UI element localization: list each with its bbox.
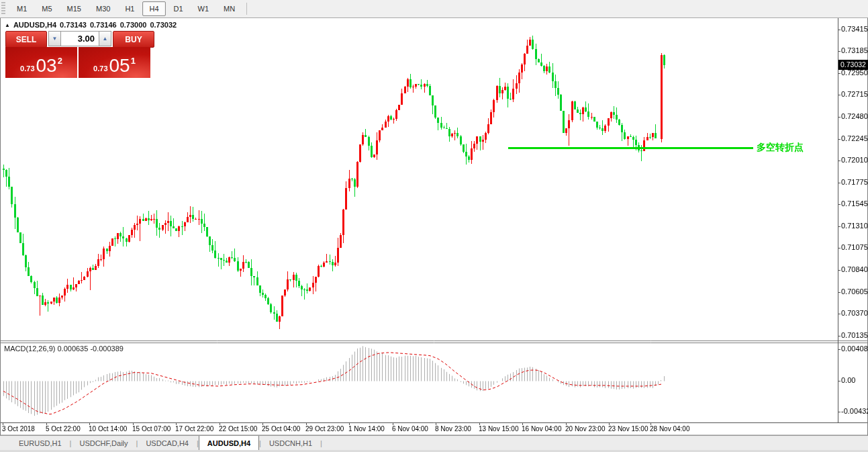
volume-decrease-button[interactable]: ▼ — [48, 31, 61, 46]
timeframe-button-m5[interactable]: M5 — [35, 1, 58, 16]
toolbar-separator — [246, 3, 247, 15]
buy-price-pip-digit: 1 — [131, 56, 136, 66]
tab-usdcad-h4[interactable]: USDCAD,H4 — [138, 436, 197, 451]
chart-tab-bar: EURUSD,H1|USDCHF,Daily|USDCAD,H4|AUDUSD,… — [0, 435, 868, 451]
tabbar-lead-space — [0, 436, 11, 451]
timeframe-button-m1[interactable]: M1 — [10, 1, 34, 16]
timeframe-button-h4[interactable]: H4 — [142, 1, 165, 16]
tab-usdchf-daily[interactable]: USDCHF,Daily — [71, 436, 136, 451]
sell-price-button[interactable]: 0.73 03 2 — [5, 47, 77, 78]
buy-price-button[interactable]: 0.73 05 1 — [79, 47, 150, 78]
timeframe-button-mn[interactable]: MN — [217, 1, 242, 16]
tab-eurusd-h1[interactable]: EURUSD,H1 — [11, 436, 70, 451]
timeframe-button-w1[interactable]: W1 — [191, 1, 216, 16]
timeframe-button-d1[interactable]: D1 — [167, 1, 190, 16]
mt4-window: M1M5M15M30H1H4D1W1MN ▲ AUDUSD,H4 0.73143… — [0, 0, 868, 452]
buy-button[interactable]: BUY — [113, 31, 154, 48]
timeframe-button-m30[interactable]: M30 — [89, 1, 117, 16]
timeframe-button-h1[interactable]: H1 — [118, 1, 141, 16]
timeframe-buttons: M1M5M15M30H1H4D1W1MN — [9, 1, 242, 16]
one-click-trading-panel: SELL ▼ ▲ BUY 0.73 03 2 0.73 05 1 — [5, 31, 154, 78]
buy-price-big-digits: 05 — [109, 57, 130, 75]
volume-increase-button[interactable]: ▲ — [99, 31, 111, 46]
buy-price-prefix: 0.73 — [93, 64, 107, 73]
tab-audusd-h4[interactable]: AUDUSD,H4 — [199, 436, 259, 451]
timeframe-toolbar: M1M5M15M30H1H4D1W1MN — [0, 0, 868, 18]
toolbar-grip[interactable] — [1, 2, 5, 15]
sell-price-pip-digit: 2 — [58, 56, 62, 66]
sell-button[interactable]: SELL — [5, 31, 47, 48]
sell-price-big-digits: 03 — [36, 57, 57, 75]
timeframe-button-m15[interactable]: M15 — [60, 1, 88, 16]
tab-usdcnh-h1[interactable]: USDCNH,H1 — [261, 436, 320, 451]
tab-separator: | — [320, 436, 322, 451]
volume-input[interactable] — [61, 31, 99, 46]
sell-price-prefix: 0.73 — [20, 64, 34, 73]
